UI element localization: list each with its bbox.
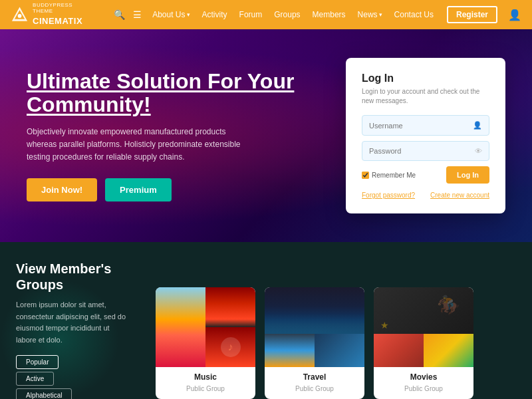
- logo-icon: [11, 5, 29, 24]
- hero-content: Ultimate Solution For Your Community! Ob…: [27, 70, 306, 202]
- password-input[interactable]: [369, 147, 466, 155]
- password-field-wrapper: 👁: [362, 141, 489, 161]
- group-type-movies: Public Group: [404, 385, 443, 392]
- group-images-travel: [265, 287, 364, 367]
- login-button[interactable]: Log In: [446, 166, 489, 184]
- register-button[interactable]: Register: [447, 6, 497, 23]
- group-name-travel: Travel: [271, 372, 358, 382]
- login-footer: Forgot password? Create new account: [362, 192, 489, 199]
- filter-buttons: Popular Active Alphabetical: [16, 355, 130, 399]
- nav-members[interactable]: Members: [307, 7, 351, 22]
- members-section: View Member's Groups Lorem ipsum dolor s…: [0, 242, 532, 399]
- group-card-music[interactable]: ♪ Music Public Group: [156, 287, 255, 399]
- nav-news[interactable]: News: [352, 7, 388, 22]
- group-images-music: ♪: [156, 287, 255, 367]
- remember-me-label: Remember Me: [362, 172, 416, 179]
- nav-groups[interactable]: Groups: [269, 7, 305, 22]
- login-card: Log In Login to your account and check o…: [346, 58, 505, 213]
- svg-point-2: [18, 14, 22, 18]
- group-card-movies[interactable]: 🏇 ★ Movies Public Group: [374, 287, 473, 399]
- group-type-music: Public Group: [186, 385, 225, 392]
- login-description: Login to your account and check out the …: [362, 87, 489, 106]
- hero-section: Ultimate Solution For Your Community! Ob…: [0, 29, 532, 242]
- hero-title: Ultimate Solution For Your Community!: [27, 70, 306, 116]
- logo[interactable]: BUDDYPRESS THEME CINEMATIX: [11, 3, 92, 27]
- nav-links: About Us Activity Forum Groups Members N…: [147, 7, 439, 22]
- nav-icons: 🔍 ☰: [114, 9, 142, 20]
- hero-subtitle: Objectively innovate empowered manufactu…: [27, 126, 253, 164]
- username-input[interactable]: [369, 122, 466, 130]
- filter-popular-button[interactable]: Popular: [16, 355, 59, 369]
- search-icon[interactable]: 🔍: [114, 9, 125, 20]
- premium-button[interactable]: Premium: [105, 178, 172, 201]
- username-icon: 👤: [473, 121, 482, 130]
- members-section-title: View Member's Groups: [16, 261, 130, 293]
- nav-about-us[interactable]: About Us: [147, 7, 195, 22]
- username-field-wrapper: 👤: [362, 115, 489, 136]
- logo-text: BUDDYPRESS THEME CINEMATIX: [33, 3, 92, 27]
- group-images-movies: 🏇 ★: [374, 287, 473, 367]
- join-now-button[interactable]: Join Now!: [27, 178, 97, 201]
- groups-container: ♪ Music Public Group: [146, 242, 532, 399]
- hero-buttons: Join Now! Premium: [27, 178, 306, 201]
- filter-alphabetical-button[interactable]: Alphabetical: [16, 388, 72, 399]
- nav-activity[interactable]: Activity: [197, 7, 233, 22]
- members-info: View Member's Groups Lorem ipsum dolor s…: [0, 242, 146, 399]
- group-info-travel: Travel Public Group: [265, 367, 364, 399]
- user-icon[interactable]: 👤: [508, 9, 521, 21]
- group-card-travel[interactable]: Travel Public Group: [265, 287, 364, 399]
- group-info-music: Music Public Group: [156, 367, 255, 399]
- nav-contact[interactable]: Contact Us: [389, 7, 439, 22]
- group-info-movies: Movies Public Group: [374, 367, 473, 399]
- remember-me-checkbox[interactable]: [362, 172, 369, 179]
- group-name-movies: Movies: [380, 372, 467, 382]
- create-account-link[interactable]: Create new account: [430, 192, 489, 199]
- forgot-password-link[interactable]: Forgot password?: [362, 192, 415, 199]
- navbar: BUDDYPRESS THEME CINEMATIX 🔍 ☰ About Us …: [0, 0, 532, 29]
- nav-forum[interactable]: Forum: [234, 7, 268, 22]
- password-toggle-icon[interactable]: 👁: [475, 147, 482, 155]
- login-options-row: Remember Me Log In: [362, 166, 489, 184]
- members-section-description: Lorem ipsum dolor sit amet, consectetur …: [16, 299, 130, 346]
- filter-active-button[interactable]: Active: [16, 372, 54, 386]
- group-type-travel: Public Group: [295, 385, 334, 392]
- menu-icon[interactable]: ☰: [133, 9, 142, 20]
- login-title: Log In: [362, 72, 489, 84]
- group-name-music: Music: [162, 372, 249, 382]
